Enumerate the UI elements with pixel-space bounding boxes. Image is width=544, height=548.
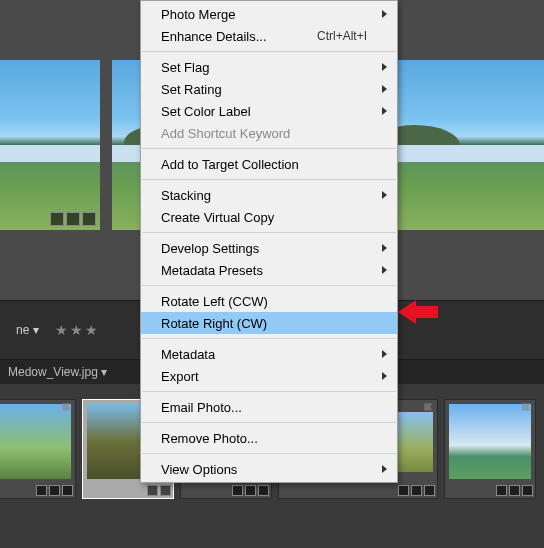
- thumb-image: [449, 404, 531, 479]
- menu-view-options[interactable]: View Options: [141, 458, 397, 480]
- menu-add-shortcut-keyword: Add Shortcut Keyword: [141, 122, 397, 144]
- menu-label: Create Virtual Copy: [161, 210, 274, 225]
- menu-label: View Options: [161, 462, 237, 477]
- filmstrip-thumbnail[interactable]: [444, 399, 536, 499]
- menu-label: Remove Photo...: [161, 431, 258, 446]
- filmstrip-thumbnail[interactable]: [0, 399, 76, 499]
- menu-separator: [142, 179, 396, 180]
- chevron-right-icon: [382, 372, 387, 380]
- menu-remove-photo[interactable]: Remove Photo...: [141, 427, 397, 449]
- menu-label: Rotate Right (CW): [161, 316, 267, 331]
- tag-icon[interactable]: [496, 485, 507, 496]
- menu-shortcut: Ctrl+Alt+I: [317, 29, 367, 43]
- stack-icon[interactable]: [160, 485, 171, 496]
- menu-label: Develop Settings: [161, 241, 259, 256]
- stack-icon[interactable]: [424, 485, 435, 496]
- menu-create-virtual-copy[interactable]: Create Virtual Copy: [141, 206, 397, 228]
- tag-icon[interactable]: [232, 485, 243, 496]
- filename-dropdown[interactable]: Medow_View.jpg ▾: [8, 365, 107, 379]
- flag-icon: [61, 402, 73, 414]
- tag-icon[interactable]: [36, 485, 47, 496]
- menu-separator: [142, 232, 396, 233]
- menu-separator: [142, 51, 396, 52]
- context-menu: Photo Merge Enhance Details... Ctrl+Alt+…: [140, 0, 398, 483]
- menu-label: Rotate Left (CCW): [161, 294, 268, 309]
- menu-set-rating[interactable]: Set Rating: [141, 78, 397, 100]
- menu-add-to-target[interactable]: Add to Target Collection: [141, 153, 397, 175]
- menu-metadata-presets[interactable]: Metadata Presets: [141, 259, 397, 281]
- menu-set-color-label[interactable]: Set Color Label: [141, 100, 397, 122]
- chevron-right-icon: [382, 191, 387, 199]
- crop-icon[interactable]: [66, 212, 80, 226]
- flag-icon: [423, 402, 435, 414]
- stack-icon[interactable]: [258, 485, 269, 496]
- sort-dropdown[interactable]: ne ▾: [8, 320, 47, 340]
- tag-icon[interactable]: [398, 485, 409, 496]
- stack-icon[interactable]: [62, 485, 73, 496]
- chevron-right-icon: [382, 266, 387, 274]
- menu-separator: [142, 148, 396, 149]
- menu-develop-settings[interactable]: Develop Settings: [141, 237, 397, 259]
- thumb-image: [0, 404, 71, 479]
- menu-rotate-right[interactable]: Rotate Right (CW): [141, 312, 397, 334]
- chevron-right-icon: [382, 244, 387, 252]
- chevron-right-icon: [382, 63, 387, 71]
- photo-badges: [50, 212, 96, 226]
- menu-set-flag[interactable]: Set Flag: [141, 56, 397, 78]
- crop-icon[interactable]: [147, 485, 158, 496]
- flag-icon: [521, 402, 533, 414]
- crop-icon[interactable]: [49, 485, 60, 496]
- chevron-right-icon: [382, 85, 387, 93]
- menu-separator: [142, 285, 396, 286]
- menu-stacking[interactable]: Stacking: [141, 184, 397, 206]
- menu-label: Export: [161, 369, 199, 384]
- stack-icon[interactable]: [82, 212, 96, 226]
- annotation-arrow-icon: [398, 298, 438, 326]
- menu-label: Photo Merge: [161, 7, 235, 22]
- chevron-right-icon: [382, 107, 387, 115]
- menu-export[interactable]: Export: [141, 365, 397, 387]
- menu-separator: [142, 453, 396, 454]
- chevron-right-icon: [382, 10, 387, 18]
- menu-photo-merge[interactable]: Photo Merge: [141, 3, 397, 25]
- menu-label: Set Color Label: [161, 104, 251, 119]
- menu-label: Metadata Presets: [161, 263, 263, 278]
- rating-stars[interactable]: ★★★: [55, 322, 100, 338]
- tag-icon[interactable]: [50, 212, 64, 226]
- landscape-image: [0, 60, 100, 230]
- crop-icon[interactable]: [411, 485, 422, 496]
- menu-separator: [142, 422, 396, 423]
- photo-thumbnail[interactable]: [0, 60, 100, 230]
- menu-separator: [142, 391, 396, 392]
- menu-label: Enhance Details...: [161, 29, 267, 44]
- menu-enhance-details[interactable]: Enhance Details... Ctrl+Alt+I: [141, 25, 397, 47]
- menu-label: Stacking: [161, 188, 211, 203]
- menu-separator: [142, 338, 396, 339]
- menu-email-photo[interactable]: Email Photo...: [141, 396, 397, 418]
- crop-icon[interactable]: [509, 485, 520, 496]
- menu-rotate-left[interactable]: Rotate Left (CCW): [141, 290, 397, 312]
- menu-label: Set Rating: [161, 82, 222, 97]
- chevron-right-icon: [382, 465, 387, 473]
- menu-label: Email Photo...: [161, 400, 242, 415]
- menu-label: Add to Target Collection: [161, 157, 299, 172]
- chevron-right-icon: [382, 350, 387, 358]
- menu-metadata[interactable]: Metadata: [141, 343, 397, 365]
- stack-icon[interactable]: [522, 485, 533, 496]
- menu-label: Metadata: [161, 347, 215, 362]
- menu-label: Add Shortcut Keyword: [161, 126, 290, 141]
- menu-label: Set Flag: [161, 60, 209, 75]
- crop-icon[interactable]: [245, 485, 256, 496]
